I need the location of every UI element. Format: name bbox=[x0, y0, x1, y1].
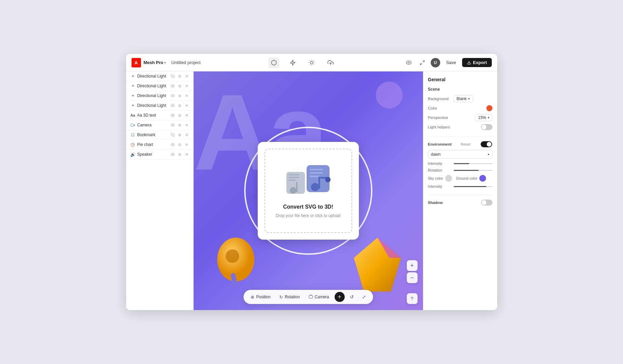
visibility-icon[interactable] bbox=[170, 151, 176, 157]
zoom-out-button[interactable]: − bbox=[407, 272, 418, 283]
duplicate-icon[interactable]: ⧉ bbox=[177, 102, 183, 109]
camera-tab[interactable]: Camera bbox=[305, 292, 333, 302]
reset-button[interactable]: Reset bbox=[461, 142, 471, 146]
app-name-dropdown[interactable]: Mesh Pro ▾ bbox=[144, 60, 166, 65]
svg-point-21 bbox=[172, 125, 173, 126]
svg-point-23 bbox=[172, 144, 173, 145]
duplicate-icon[interactable]: ⧉ bbox=[177, 73, 183, 79]
upload-card[interactable]: Convert SVG to 3D! Drop your file here o… bbox=[258, 142, 359, 240]
export-button[interactable]: Export bbox=[462, 58, 491, 67]
close-icon[interactable]: ✕ bbox=[184, 132, 190, 138]
duplicate-icon[interactable]: ⧉ bbox=[177, 132, 183, 138]
toolbar-upload-icon[interactable] bbox=[325, 57, 336, 68]
help-button[interactable]: ? bbox=[407, 293, 418, 304]
avatar[interactable]: U bbox=[431, 58, 440, 67]
close-icon[interactable]: ✕ bbox=[184, 102, 190, 109]
visibility-icon[interactable] bbox=[170, 83, 176, 89]
save-button[interactable]: Save bbox=[444, 58, 459, 67]
toolbar-bolt-icon[interactable] bbox=[287, 57, 298, 68]
list-item[interactable]: ✦ Directional Light ⧉ ✕ bbox=[126, 81, 193, 91]
rotation-icon: ↻ bbox=[279, 295, 283, 300]
toolbar-cube-icon[interactable] bbox=[268, 57, 279, 68]
light-helpers-toggle[interactable] bbox=[481, 124, 492, 130]
svg-point-17 bbox=[172, 95, 173, 96]
list-item[interactable]: ✦ Directional Light ⧉ ✕ bbox=[126, 71, 193, 81]
svg-line-13 bbox=[420, 63, 422, 65]
svg-rect-36 bbox=[318, 177, 320, 189]
view-icon[interactable] bbox=[404, 58, 414, 68]
canvas-area[interactable]: Aa bbox=[194, 71, 423, 310]
visibility-icon[interactable] bbox=[170, 132, 176, 138]
list-item[interactable]: Bookmark ⧉ ✕ bbox=[126, 130, 193, 140]
position-tab[interactable]: ⊕ Position bbox=[247, 293, 274, 302]
visibility-icon[interactable] bbox=[170, 93, 176, 99]
layer-actions: ⧉ ✕ bbox=[170, 122, 190, 128]
close-icon[interactable]: ✕ bbox=[184, 73, 190, 79]
right-panel: General Scene Background Blank ▾ Color P… bbox=[423, 71, 497, 310]
rotation-slider[interactable] bbox=[454, 170, 492, 171]
add-button[interactable]: + bbox=[335, 292, 345, 302]
close-icon[interactable]: ✕ bbox=[184, 93, 190, 99]
close-icon[interactable]: ✕ bbox=[184, 112, 190, 118]
duplicate-icon[interactable]: ⧉ bbox=[177, 122, 183, 128]
environment-toggle[interactable] bbox=[481, 141, 492, 147]
svg-rect-27 bbox=[289, 177, 299, 178]
top-bar-left: A Mesh Pro ▾ Untitled project bbox=[132, 58, 201, 67]
color-label: Color bbox=[428, 106, 452, 110]
upload-dropzone[interactable]: Convert SVG to 3D! Drop your file here o… bbox=[264, 149, 352, 233]
reset-action[interactable]: ↺ bbox=[347, 292, 357, 302]
perspective-chevron-icon: ▾ bbox=[488, 116, 489, 119]
ground-color-picker[interactable] bbox=[479, 175, 486, 182]
close-icon[interactable]: ✕ bbox=[184, 83, 190, 89]
close-icon[interactable]: ✕ bbox=[184, 142, 190, 148]
background-value: Blank bbox=[457, 96, 467, 101]
bottom-toolbar: ⊕ Position ↻ Rotation Camera + ↺ ⤢ bbox=[243, 290, 373, 304]
rotation-label: Rotation bbox=[428, 168, 452, 172]
zoom-in-button[interactable]: + bbox=[407, 260, 418, 271]
intensity-slider[interactable] bbox=[454, 163, 492, 164]
svg-point-1 bbox=[310, 61, 313, 64]
perspective-dropdown[interactable]: 15% ▾ bbox=[475, 114, 492, 121]
background-label: Background bbox=[428, 97, 452, 101]
fullscreen-icon[interactable] bbox=[417, 58, 427, 68]
speaker-object bbox=[214, 233, 258, 286]
environment-label: Environment bbox=[428, 142, 452, 146]
position-icon: ⊕ bbox=[251, 295, 254, 300]
list-item[interactable]: Pie chart ⧉ ✕ bbox=[126, 140, 193, 150]
shadow-toggle[interactable] bbox=[481, 200, 492, 206]
background-dropdown[interactable]: Blank ▾ bbox=[454, 95, 473, 102]
list-item[interactable]: ✦ Directional Light ⧉ ✕ bbox=[126, 91, 193, 101]
intensity2-slider[interactable] bbox=[454, 186, 492, 187]
close-icon[interactable]: ✕ bbox=[184, 122, 190, 128]
gem-object bbox=[352, 236, 403, 293]
duplicate-icon[interactable]: ⧉ bbox=[177, 112, 183, 118]
visibility-icon[interactable] bbox=[170, 142, 176, 148]
duplicate-icon[interactable]: ⧉ bbox=[177, 83, 183, 89]
rotation-row: Rotation bbox=[428, 168, 492, 172]
svg-point-38 bbox=[325, 177, 331, 182]
visibility-icon[interactable] bbox=[170, 122, 176, 128]
close-icon[interactable]: ✕ bbox=[184, 151, 190, 157]
bookmark-icon bbox=[130, 132, 136, 138]
duplicate-icon[interactable]: ⧉ bbox=[177, 151, 183, 157]
rotation-tab[interactable]: ↻ Rotation bbox=[276, 293, 303, 302]
visibility-icon[interactable] bbox=[170, 73, 176, 79]
light-helpers-toggle-knob bbox=[482, 125, 486, 129]
svg-line-12 bbox=[423, 61, 424, 62]
sky-color-picker[interactable] bbox=[445, 175, 452, 182]
list-item[interactable]: Aa Aa 3D text ⧉ ✕ bbox=[126, 111, 193, 120]
duplicate-icon[interactable]: ⧉ bbox=[177, 142, 183, 148]
list-item[interactable]: ✦ Directional Light ⧉ ✕ bbox=[126, 101, 193, 111]
duplicate-icon[interactable]: ⧉ bbox=[177, 93, 183, 99]
intensity-fill bbox=[454, 163, 469, 164]
visibility-icon[interactable] bbox=[170, 102, 176, 109]
scene-section: Scene Background Blank ▾ Color Perspecti… bbox=[428, 87, 492, 130]
transform-action[interactable]: ⤢ bbox=[359, 292, 369, 302]
list-item[interactable]: Camera ⧉ ✕ bbox=[126, 120, 193, 130]
environment-dropdown[interactable]: dawn ▾ bbox=[428, 150, 492, 159]
list-item[interactable]: 🔊 Speaker ⧉ ✕ bbox=[126, 150, 193, 159]
visibility-icon[interactable] bbox=[170, 112, 176, 118]
toolbar-sun-icon[interactable] bbox=[306, 57, 317, 68]
color-picker[interactable] bbox=[486, 105, 492, 111]
svg-line-5 bbox=[313, 64, 313, 64]
